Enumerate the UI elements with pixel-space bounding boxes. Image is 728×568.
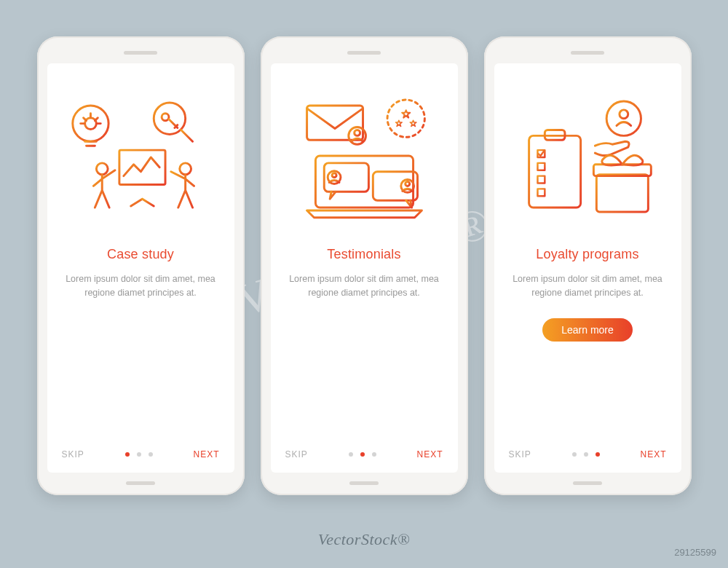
screen-body: Lorem ipsum dolor sit dim amet, mea regi… (509, 272, 667, 301)
svg-line-3 (181, 130, 192, 141)
screen-title: Testimonials (285, 247, 443, 262)
svg-point-10 (96, 163, 108, 175)
phone-home-indicator (349, 481, 379, 485)
page-dots (572, 452, 600, 457)
svg-point-25 (405, 182, 409, 186)
skip-button[interactable]: SKIP (62, 449, 84, 459)
dot-1[interactable] (125, 452, 130, 457)
svg-rect-34 (537, 163, 545, 170)
phone-mockup-row: Case study Lorem ipsum dolor sit dim ame… (36, 36, 692, 495)
phone-speaker (571, 51, 604, 55)
dot-3[interactable] (596, 452, 600, 457)
svg-point-15 (387, 100, 424, 137)
svg-point-0 (72, 106, 108, 141)
testimonials-illustration (285, 79, 443, 232)
dot-3[interactable] (372, 452, 376, 457)
image-id-label: 29125599 (674, 547, 716, 558)
dot-2[interactable] (360, 452, 365, 457)
svg-rect-17 (324, 163, 368, 192)
screen-title: Loyalty programs (509, 247, 667, 262)
case-study-illustration (62, 79, 220, 232)
phone-speaker (124, 51, 157, 55)
svg-rect-35 (537, 176, 545, 184)
dot-1[interactable] (349, 452, 353, 457)
screen-title: Case study (62, 247, 220, 262)
svg-point-11 (179, 163, 191, 175)
dot-1[interactable] (572, 452, 577, 457)
onboarding-screen-1: Case study Lorem ipsum dolor sit dim ame… (47, 63, 234, 473)
svg-rect-23 (373, 172, 417, 200)
screen-body: Lorem ipsum dolor sit dim amet, mea regi… (62, 272, 220, 301)
onboarding-footer: SKIP NEXT (62, 436, 220, 459)
phone-loyalty: Loyalty programs Lorem ipsum dolor sit d… (484, 36, 692, 495)
onboarding-footer: SKIP NEXT (285, 436, 443, 459)
skip-button[interactable]: SKIP (509, 449, 531, 459)
phone-home-indicator (126, 481, 155, 485)
next-button[interactable]: NEXT (193, 449, 219, 459)
phone-speaker (347, 51, 381, 55)
phone-testimonials: Testimonials Lorem ipsum dolor sit dim a… (261, 36, 468, 495)
vectorstock-watermark: VectorStock® (0, 530, 728, 549)
page-dots (125, 452, 153, 457)
screen-body: Lorem ipsum dolor sit dim amet, mea regi… (285, 272, 443, 301)
svg-point-19 (332, 173, 336, 178)
skip-button[interactable]: SKIP (285, 449, 308, 459)
svg-point-30 (619, 110, 628, 119)
page-dots (349, 452, 376, 457)
svg-point-14 (354, 130, 360, 135)
svg-point-4 (162, 114, 169, 121)
svg-rect-36 (537, 189, 545, 196)
learn-more-button[interactable]: Learn more (542, 318, 633, 342)
svg-rect-31 (529, 135, 580, 208)
onboarding-footer: SKIP NEXT (509, 436, 667, 459)
dot-2[interactable] (584, 452, 588, 457)
phone-home-indicator (573, 481, 602, 485)
loyalty-illustration (509, 79, 667, 232)
onboarding-screen-3: Loyalty programs Lorem ipsum dolor sit d… (494, 63, 681, 473)
dot-2[interactable] (137, 452, 141, 457)
dot-3[interactable] (149, 452, 153, 457)
onboarding-screen-2: Testimonials Lorem ipsum dolor sit dim a… (271, 63, 458, 473)
next-button[interactable]: NEXT (640, 449, 666, 459)
phone-case-study: Case study Lorem ipsum dolor sit dim ame… (37, 36, 245, 495)
next-button[interactable]: NEXT (416, 449, 443, 459)
